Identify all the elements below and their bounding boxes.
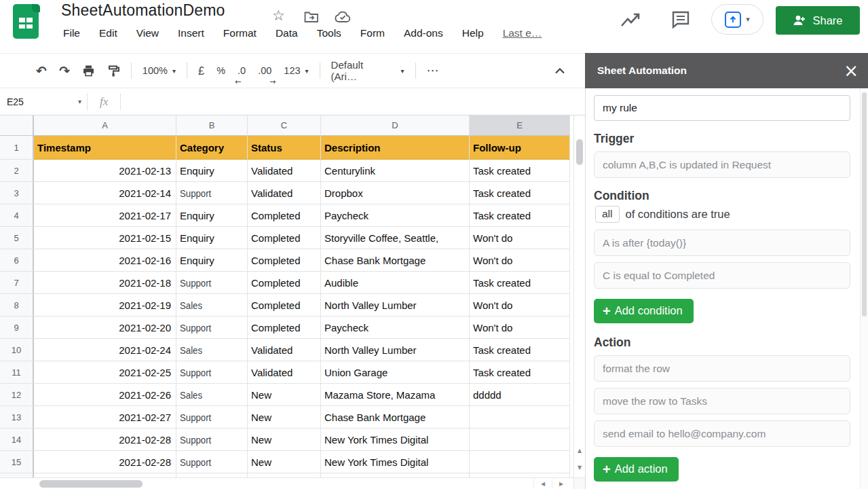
cell[interactable]: Enquiry	[176, 249, 248, 272]
cell[interactable]: Won't do	[470, 249, 570, 272]
cloud-saved-icon[interactable]	[334, 10, 352, 24]
row-number[interactable]: 15	[0, 451, 34, 473]
cell[interactable]: Category	[176, 136, 248, 160]
cell[interactable]: Status	[248, 136, 321, 160]
menu-file[interactable]: File	[63, 27, 80, 39]
cell[interactable]: Completed	[248, 294, 321, 316]
action-box[interactable]: format the row	[594, 355, 850, 382]
cell[interactable]: Task created	[470, 272, 570, 294]
cell[interactable]: Dropbox	[321, 182, 470, 204]
vertical-scrollbar-thumb[interactable]	[576, 139, 583, 165]
cell[interactable]: Completed	[248, 249, 321, 272]
condition-box[interactable]: C is equal to Completed	[594, 262, 850, 289]
cell[interactable]: Sales	[176, 294, 248, 316]
paint-format-button[interactable]	[101, 60, 126, 81]
zoom-select[interactable]: 100% ▾	[136, 60, 182, 81]
cell[interactable]: Task created	[470, 339, 570, 361]
cell[interactable]: Task created	[470, 160, 570, 182]
cell[interactable]: Task created	[470, 204, 570, 227]
menu-data[interactable]: Data	[276, 27, 298, 39]
cell[interactable]: 2021-02-27	[34, 406, 176, 429]
cell[interactable]: 2021-02-13	[34, 160, 176, 182]
cell[interactable]: Mazama Store, Mazama	[321, 384, 470, 406]
font-style-select[interactable]: Default (Ari… ▾	[325, 60, 411, 81]
menu-form[interactable]: Form	[360, 27, 385, 39]
cell[interactable]: Task created	[470, 361, 570, 384]
sidebar-scrollbar[interactable]	[860, 88, 868, 489]
move-to-folder-icon[interactable]	[304, 10, 319, 23]
menu-help[interactable]: Help	[462, 27, 484, 39]
cell[interactable]: New	[248, 384, 321, 406]
cell[interactable]: 2021-02-20	[34, 316, 176, 339]
cell[interactable]: Completed	[248, 316, 321, 339]
cell[interactable]: Sales	[176, 384, 248, 406]
cell[interactable]: Enquiry	[176, 160, 248, 182]
redo-button[interactable]: ↷	[53, 60, 76, 81]
document-title[interactable]: SheetAutomationDemo	[61, 1, 225, 20]
cell[interactable]: New	[248, 429, 321, 451]
present-button[interactable]: ▾	[711, 4, 763, 35]
cell[interactable]: Won't do	[470, 294, 570, 316]
cell[interactable]: Follow-up	[470, 136, 570, 160]
cell[interactable]: 2021-02-24	[34, 339, 176, 361]
close-icon[interactable]: ×	[844, 62, 858, 79]
row-number[interactable]: 2	[0, 160, 34, 182]
cell[interactable]: New York Times Digital	[321, 451, 470, 473]
cell[interactable]: 2021-02-15	[34, 227, 176, 249]
cell[interactable]: 2021-02-16	[34, 249, 176, 272]
action-box[interactable]: send email to hello@company.com	[594, 420, 850, 447]
cell[interactable]: 2021-02-28	[34, 451, 176, 473]
cell[interactable]: Validated	[248, 160, 321, 182]
cell[interactable]: Support	[176, 316, 248, 339]
menu-tools[interactable]: Tools	[317, 27, 341, 39]
row-number[interactable]: 10	[0, 339, 34, 361]
cell[interactable]: 2021-02-17	[34, 204, 176, 227]
cell[interactable]: 2021-02-14	[34, 182, 176, 204]
row-number[interactable]: 8	[0, 294, 34, 316]
row-number[interactable]: 12	[0, 384, 34, 406]
cell[interactable]: 2021-02-25	[34, 361, 176, 384]
select-all-corner[interactable]	[0, 115, 34, 136]
cell[interactable]: Support	[176, 361, 248, 384]
star-icon[interactable]: ☆	[272, 7, 285, 24]
google-sheets-logo-icon[interactable]	[12, 3, 41, 41]
cell[interactable]: Chase Bank Mortgage	[321, 406, 470, 429]
column-header-a[interactable]: A	[34, 115, 176, 136]
cell[interactable]: New	[248, 406, 321, 429]
scroll-down-icon[interactable]: ▼	[574, 459, 585, 475]
trigger-summary-box[interactable]: column A,B,C is updated in Request	[594, 151, 850, 178]
column-header-c[interactable]: C	[248, 115, 321, 136]
cell[interactable]	[470, 451, 570, 473]
cell[interactable]: Chase Bank Mortgage	[321, 249, 470, 272]
rule-name-input[interactable]: my rule	[594, 95, 850, 121]
menu-view[interactable]: View	[136, 27, 159, 39]
scroll-left-icon[interactable]: ◀	[533, 478, 552, 489]
cell[interactable]: New York Times Digital	[321, 429, 470, 451]
cell[interactable]: Validated	[248, 182, 321, 204]
cell[interactable]: Sales	[176, 339, 248, 361]
row-number[interactable]: 9	[0, 316, 34, 339]
format-currency-button[interactable]: £	[192, 60, 210, 81]
cell[interactable]: Paycheck	[321, 204, 470, 227]
cell[interactable]: 2021-02-26	[34, 384, 176, 406]
cell[interactable]: Support	[176, 406, 248, 429]
cell[interactable]: Audible	[321, 272, 470, 294]
name-box[interactable]: E25 ▾	[0, 96, 87, 107]
collapse-toolbar-button[interactable]	[548, 60, 571, 81]
row-number[interactable]: 3	[0, 182, 34, 204]
cell[interactable]	[470, 429, 570, 451]
format-percent-button[interactable]: %	[210, 60, 231, 81]
match-mode-select[interactable]: all	[595, 206, 620, 223]
cell[interactable]	[470, 406, 570, 429]
column-header-e[interactable]: E	[470, 115, 570, 136]
row-number[interactable]: 5	[0, 227, 34, 249]
cell[interactable]: ddddd	[470, 384, 570, 406]
menu-addons[interactable]: Add-ons	[404, 27, 443, 39]
scroll-right-icon[interactable]: ▶	[552, 478, 570, 489]
menu-edit[interactable]: Edit	[99, 27, 117, 39]
cell[interactable]: Completed	[248, 227, 321, 249]
row-number[interactable]: 1	[0, 136, 34, 160]
action-box[interactable]: move the row to Tasks	[594, 388, 850, 414]
decrease-decimal-button[interactable]: .0 ←	[231, 60, 252, 81]
cell[interactable]: Timestamp	[34, 136, 176, 160]
